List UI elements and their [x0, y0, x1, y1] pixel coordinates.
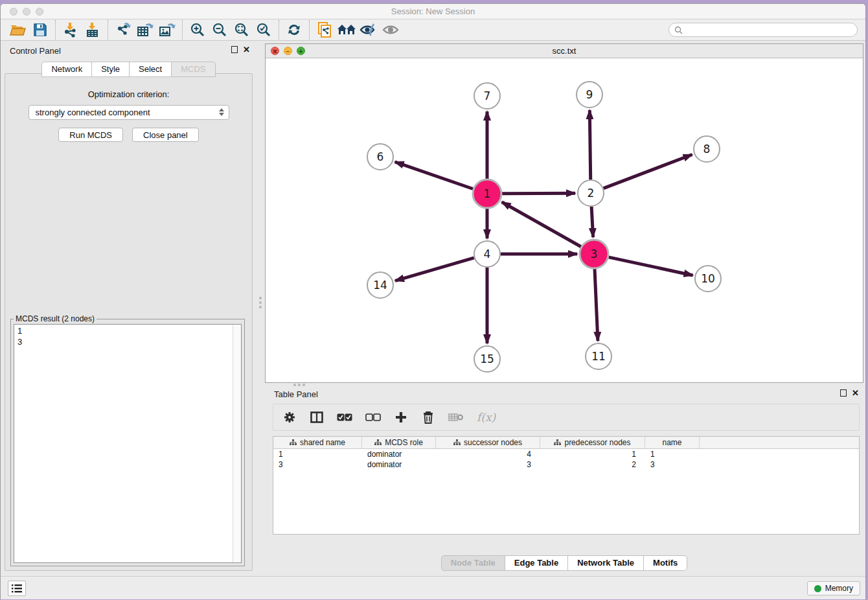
select-all-icon[interactable] [337, 410, 352, 425]
clone-network-icon[interactable] [314, 21, 336, 39]
table-tab-motifs[interactable]: Motifs [644, 555, 687, 571]
vertical-splitter-handle[interactable] [258, 297, 262, 312]
close-table-panel-icon[interactable]: ✕ [852, 389, 859, 397]
control-panel-title: Control Panel [10, 46, 61, 56]
zoom-fit-icon[interactable] [231, 21, 253, 39]
network-window-titlebar: ✕ − + scc.txt [266, 44, 863, 58]
cell-mcds-role: dominator [362, 459, 436, 470]
table-panel-header: Table Panel ✕ [265, 387, 863, 402]
toolbar-separator [55, 20, 56, 40]
node-table[interactable]: shared nameMCDS rolesuccessor nodesprede… [273, 436, 860, 535]
network-graph[interactable]: 1234678910111415 [266, 58, 863, 382]
delete-table-icon[interactable] [448, 410, 464, 425]
control-panel-header: Control Panel ✕ [1, 43, 257, 59]
edge-1-2[interactable] [502, 193, 575, 194]
control-tab-style[interactable]: Style [92, 62, 130, 77]
graph-node-label-7: 7 [484, 89, 491, 102]
node-table-body: 1dominator4113dominator323 [273, 449, 859, 470]
table-tab-node-table[interactable]: Node Table [441, 555, 505, 571]
cell-shared-name: 1 [273, 449, 362, 459]
status-bar: Memory [1, 576, 865, 599]
mcds-result-title: MCDS result (2 nodes) [14, 314, 97, 323]
result-scrollbar[interactable] [233, 325, 241, 562]
show-all-icon[interactable] [380, 21, 402, 39]
column-label-predecessor-nodes: predecessor nodes [564, 438, 630, 447]
edge-3-1[interactable] [502, 202, 581, 247]
close-panel-icon[interactable]: ✕ [243, 46, 250, 53]
import-network-icon[interactable] [60, 21, 82, 39]
control-tab-select[interactable]: Select [130, 62, 172, 77]
control-tab-network[interactable]: Network [41, 62, 92, 77]
graph-node-label-2: 2 [588, 187, 595, 200]
close-panel-button[interactable]: Close panel [132, 128, 199, 142]
float-table-panel-icon[interactable] [840, 389, 847, 397]
graph-node-label-11: 11 [591, 350, 606, 363]
cell-name: 3 [645, 459, 700, 470]
first-neighbors-icon[interactable] [336, 21, 358, 39]
add-row-icon[interactable] [394, 410, 408, 425]
table-row[interactable]: 3dominator323 [273, 459, 859, 470]
graph-node-label-6: 6 [377, 150, 384, 163]
edge-2-3[interactable] [591, 207, 593, 237]
hide-selected-icon[interactable] [358, 21, 380, 39]
zoom-selected-icon[interactable] [253, 21, 275, 39]
zoom-out-icon[interactable] [209, 21, 231, 39]
edge-2-9[interactable] [589, 110, 590, 179]
main-area: Control Panel ✕ NetworkStyleSelectMCDS O… [1, 41, 865, 576]
network-canvas[interactable]: 1234678910111415 [266, 58, 863, 382]
control-panel: Control Panel ✕ NetworkStyleSelectMCDS O… [1, 43, 257, 571]
deselect-all-icon[interactable] [365, 410, 381, 425]
node-table-header: shared nameMCDS rolesuccessor nodesprede… [273, 437, 859, 449]
optimization-criterion-select[interactable]: strongly connected component [29, 105, 229, 120]
open-session-icon[interactable] [7, 21, 29, 39]
search-container [668, 23, 858, 37]
graph-node-label-10: 10 [701, 272, 715, 285]
toolbar-separator [279, 20, 279, 40]
columns-icon[interactable] [310, 410, 324, 425]
column-header-mcds-role[interactable]: MCDS role [362, 437, 436, 448]
control-tab-mcds[interactable]: MCDS [172, 62, 215, 77]
import-table-icon[interactable] [82, 21, 104, 39]
column-label-shared-name: shared name [300, 438, 345, 447]
edge-2-8[interactable] [604, 155, 692, 189]
search-input[interactable] [668, 23, 858, 37]
column-header-predecessor-nodes[interactable]: predecessor nodes [540, 437, 645, 448]
table-row[interactable]: 1dominator411 [273, 449, 859, 459]
memory-label: Memory [825, 584, 853, 593]
table-tab-network-table[interactable]: Network Table [568, 555, 644, 571]
column-hierarchy-icon [453, 439, 461, 446]
column-header-name[interactable]: name [645, 437, 700, 448]
zoom-in-icon[interactable] [187, 21, 209, 39]
table-toolbar: f(x) [273, 404, 860, 431]
memory-button[interactable]: Memory [807, 581, 860, 595]
edge-1-6[interactable] [395, 162, 474, 189]
titlebar: Session: New Session [1, 4, 865, 19]
refresh-layout-icon[interactable] [283, 21, 305, 39]
export-network-icon[interactable] [112, 21, 134, 39]
settings-icon[interactable] [282, 410, 297, 425]
task-history-button[interactable] [8, 581, 26, 596]
fx-label: f(x) [477, 411, 496, 424]
mcds-result-item: 3 [17, 336, 238, 347]
mcds-result-list[interactable]: 13 [14, 324, 242, 563]
function-builder-icon[interactable]: f(x) [477, 410, 496, 425]
save-session-icon[interactable] [29, 21, 51, 39]
export-table-icon[interactable] [134, 21, 156, 39]
graph-node-label-1: 1 [484, 187, 491, 200]
main-toolbar [1, 19, 865, 41]
edge-3-10[interactable] [608, 257, 692, 275]
cell-shared-name: 3 [273, 459, 362, 470]
delete-row-icon[interactable] [421, 410, 435, 425]
column-header-successor-nodes[interactable]: successor nodes [436, 437, 540, 448]
export-image-icon[interactable] [156, 21, 178, 39]
run-mcds-button[interactable]: Run MCDS [58, 128, 123, 142]
column-header-shared-name[interactable]: shared name [273, 437, 362, 448]
edge-4-14[interactable] [395, 258, 474, 281]
mcds-result-item: 1 [17, 325, 238, 336]
edge-3-11[interactable] [595, 269, 598, 341]
table-tab-edge-table[interactable]: Edge Table [505, 555, 568, 571]
dropdown-arrows-icon [219, 108, 224, 116]
cell-successor-nodes: 3 [436, 459, 540, 470]
float-panel-icon[interactable] [231, 46, 238, 53]
toolbar-separator [309, 20, 310, 40]
